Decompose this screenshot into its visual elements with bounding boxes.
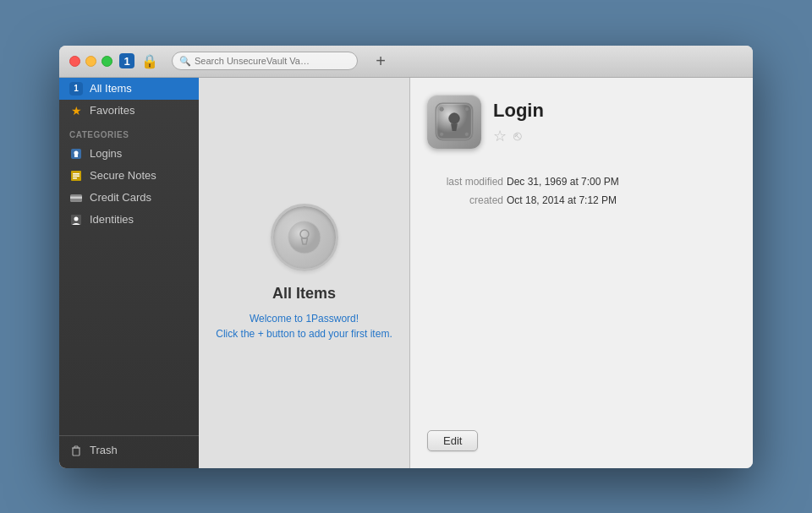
add-button[interactable]: + bbox=[371, 52, 390, 70]
sidebar: 1 All Items ★ Favorites CATEGORIES bbox=[59, 78, 199, 468]
search-icon: 🔍 bbox=[179, 56, 191, 67]
svg-rect-8 bbox=[70, 196, 82, 199]
created-value: Oct 18, 2014 at 7:12 PM bbox=[507, 194, 617, 206]
identities-icon bbox=[69, 213, 83, 226]
maximize-button[interactable] bbox=[102, 56, 112, 67]
svg-point-1 bbox=[74, 150, 79, 155]
search-box[interactable]: 🔍 bbox=[172, 52, 358, 70]
search-input[interactable] bbox=[195, 56, 350, 66]
svg-point-10 bbox=[74, 216, 79, 221]
svg-rect-2 bbox=[74, 155, 78, 157]
svg-rect-11 bbox=[73, 448, 80, 456]
keyhole-svg bbox=[288, 221, 321, 254]
all-items-icon: 1 bbox=[69, 82, 83, 96]
svg-point-16 bbox=[288, 221, 321, 254]
app-window: 1 🔒 🔍 + 1 All Items ★ Favorites bbox=[59, 46, 753, 468]
all-items-large-icon bbox=[271, 204, 338, 271]
svg-rect-5 bbox=[73, 175, 80, 177]
edit-button[interactable]: Edit bbox=[427, 430, 478, 451]
detail-bottom: Edit bbox=[427, 430, 736, 451]
created-label: created bbox=[427, 194, 503, 206]
close-button[interactable] bbox=[69, 56, 80, 67]
svg-point-22 bbox=[465, 106, 469, 111]
sidebar-item-trash[interactable]: Trash bbox=[59, 439, 199, 461]
app-icon: 1 bbox=[119, 53, 134, 68]
detail-meta: last modified Dec 31, 1969 at 7:00 PM cr… bbox=[427, 176, 736, 206]
favorites-icon: ★ bbox=[69, 104, 83, 117]
svg-point-25 bbox=[449, 112, 460, 123]
trash-icon bbox=[69, 444, 83, 457]
svg-rect-6 bbox=[73, 177, 77, 179]
secure-notes-icon bbox=[69, 169, 83, 183]
logins-icon bbox=[69, 147, 83, 161]
favorite-star-icon[interactable]: ☆ bbox=[493, 127, 507, 145]
detail-panel: Login ☆ ⎋ last modified Dec 31, 1969 at … bbox=[410, 78, 753, 468]
svg-point-21 bbox=[440, 106, 444, 111]
traffic-lights bbox=[69, 56, 112, 67]
detail-header: Login ☆ ⎋ bbox=[427, 95, 736, 149]
minimize-button[interactable] bbox=[85, 56, 96, 67]
sidebar-item-identities[interactable]: Identities bbox=[59, 209, 199, 231]
main-area: 1 All Items ★ Favorites CATEGORIES bbox=[59, 78, 753, 468]
detail-actions: ☆ ⎋ bbox=[493, 127, 544, 145]
one-password-icon: 1 bbox=[69, 82, 83, 96]
detail-title: Login bbox=[493, 100, 544, 122]
categories-header: CATEGORIES bbox=[59, 122, 199, 143]
divider bbox=[59, 435, 199, 436]
sidebar-item-logins[interactable]: Logins bbox=[59, 143, 199, 165]
svg-point-24 bbox=[465, 132, 469, 136]
last-modified-label: last modified bbox=[427, 176, 503, 188]
last-modified-value: Dec 31, 1969 at 7:00 PM bbox=[507, 176, 619, 188]
item-list-panel: All Items Welcome to 1Password! Click th… bbox=[199, 78, 410, 468]
sidebar-item-favorites[interactable]: ★ Favorites bbox=[59, 100, 199, 122]
sidebar-item-all-items[interactable]: 1 All Items bbox=[59, 78, 199, 100]
created-row: created Oct 18, 2014 at 7:12 PM bbox=[427, 194, 736, 206]
lock-icon bbox=[433, 101, 475, 143]
detail-item-icon bbox=[427, 95, 481, 149]
detail-title-area: Login ☆ ⎋ bbox=[493, 95, 544, 145]
sidebar-item-secure-notes[interactable]: Secure Notes bbox=[59, 165, 199, 187]
last-modified-row: last modified Dec 31, 1969 at 7:00 PM bbox=[427, 176, 736, 188]
sidebar-bottom: Trash bbox=[59, 432, 199, 468]
credit-cards-icon bbox=[69, 191, 83, 205]
svg-point-23 bbox=[440, 132, 444, 136]
sidebar-item-credit-cards[interactable]: Credit Cards bbox=[59, 187, 199, 209]
item-list-title: All Items bbox=[272, 285, 336, 303]
svg-rect-4 bbox=[73, 173, 80, 175]
lock-icon[interactable]: 🔒 bbox=[141, 52, 158, 69]
share-icon[interactable]: ⎋ bbox=[513, 128, 522, 144]
item-list-subtitle: Welcome to 1Password! Click the + button… bbox=[199, 311, 409, 341]
titlebar: 1 🔒 🔍 + bbox=[59, 46, 753, 78]
